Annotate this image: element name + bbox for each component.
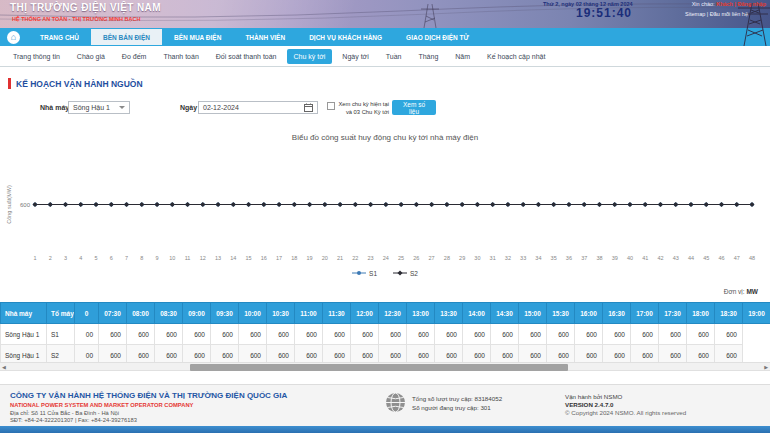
date-input[interactable]: 02-12-2024 (198, 101, 318, 114)
login-area[interactable]: Xin chào: Khách | Đăng nhập (692, 1, 766, 7)
tab-chu-kỳ-tới[interactable]: Chu kỳ tới (287, 49, 333, 64)
scroll-left-arrow-icon[interactable]: ◀ (2, 364, 6, 371)
svg-text:34: 34 (535, 255, 541, 261)
calendar-icon[interactable] (304, 103, 313, 112)
tab-tuần[interactable]: Tuần (379, 49, 409, 64)
svg-text:33: 33 (520, 255, 526, 261)
power-dispatch-chart: Công suất(MW)600123456789101112131415161… (0, 146, 770, 268)
tab-trang-thông-tin[interactable]: Trang thông tin (6, 49, 67, 64)
svg-text:18: 18 (291, 255, 297, 261)
greeting-text: Xin chào: (692, 1, 715, 7)
tab-năm[interactable]: Năm (448, 49, 477, 64)
tab-tháng[interactable]: Tháng (411, 49, 445, 64)
column-header: 15:00 (519, 303, 547, 324)
table-cell: 600 (575, 324, 603, 345)
column-header: 08:30 (155, 303, 183, 324)
scroll-right-arrow-icon[interactable]: ▶ (764, 364, 768, 371)
column-header: 12:00 (351, 303, 379, 324)
svg-text:12: 12 (200, 255, 206, 261)
column-header: 08:00 (127, 303, 155, 324)
table-cell: 600 (127, 324, 155, 345)
chart-legend: S1S2 (0, 269, 770, 277)
footer-phone: SĐT: +84-24-322201307 | Fax: +84-24-3927… (10, 417, 137, 423)
svg-text:5: 5 (94, 255, 97, 261)
svg-text:36: 36 (566, 255, 572, 261)
column-header: 10:00 (239, 303, 267, 324)
svg-text:600: 600 (20, 202, 31, 208)
tab-ngày-tới[interactable]: Ngày tới (335, 49, 375, 64)
footer-address: Địa chỉ: Số 11 Cửa Bắc - Ba Đình - Hà Nộ… (10, 410, 119, 416)
nav-item-bên-bán-điện[interactable]: Bên bán điện (91, 29, 162, 45)
nav-item-giao-dịch-điện-tử[interactable]: Giao dịch điện tử (394, 29, 481, 45)
legend-item-s1[interactable]: S1 (352, 269, 377, 277)
svg-text:23: 23 (368, 255, 374, 261)
unit-note: Đơn vị: MW (724, 288, 758, 295)
svg-text:43: 43 (673, 255, 679, 261)
svg-text:48: 48 (749, 255, 755, 261)
footer-online-users: Số người đang truy cập: 301 (412, 404, 491, 411)
table-cell: 600 (407, 324, 435, 345)
svg-text:25: 25 (398, 255, 404, 261)
table-cell: 600 (323, 324, 351, 345)
column-header: 13:00 (407, 303, 435, 324)
column-header: Nhà máy (1, 303, 47, 324)
svg-text:37: 37 (581, 255, 587, 261)
tab-kế-hoạch-cập-nhật[interactable]: Kế hoạch cập nhật (480, 49, 552, 64)
section-header: KẾ HOẠCH VẬN HÀNH NGUỒN (8, 78, 143, 89)
home-button[interactable]: ⌂ (7, 31, 20, 44)
table-cell: Sông Hậu 1 (1, 324, 47, 345)
footer-copyright: © Copyright 2024 NSMO. All rights reserv… (565, 409, 686, 416)
nav-item-trang-chủ[interactable]: Trang chủ (28, 29, 91, 45)
table-cell: S1 (47, 324, 75, 345)
legend-item-s2[interactable]: S2 (393, 269, 418, 277)
date-input-value: 02-12-2024 (203, 104, 239, 111)
svg-text:47: 47 (734, 255, 740, 261)
footer-operator: Vận hành bởi NSMO (565, 393, 622, 400)
footer-company-name: CÔNG TY VẬN HÀNH HỆ THỐNG ĐIỆN VÀ THỊ TR… (10, 391, 287, 400)
table-cell: 600 (239, 324, 267, 345)
svg-text:2: 2 (49, 255, 52, 261)
tab-thanh-toán[interactable]: Thanh toán (156, 49, 205, 64)
svg-text:1: 1 (33, 255, 36, 261)
plant-select-value: Sông Hậu 1 (73, 104, 110, 111)
chart-title: Biểu đồ công suất huy động chu kỳ tới nh… (0, 133, 770, 142)
svg-text:3: 3 (64, 255, 67, 261)
tab-chào-giá[interactable]: Chào giá (70, 49, 112, 64)
svg-text:19: 19 (307, 255, 313, 261)
footer-version: VERSION 2.4.7.0 (565, 401, 614, 408)
table-cell: 600 (519, 324, 547, 345)
svg-text:10: 10 (169, 255, 175, 261)
column-header: 16:30 (603, 303, 631, 324)
svg-text:16: 16 (261, 255, 267, 261)
column-header: 09:00 (183, 303, 211, 324)
schedule-table-wrap: Nhà máyTổ máy007:3008:0008:3009:0009:301… (0, 302, 770, 366)
svg-text:4: 4 (79, 255, 82, 261)
table-cell: 600 (155, 324, 183, 345)
legend-marker-icon (352, 269, 366, 277)
globe-icon (385, 392, 406, 413)
site-tagline: HỆ THỐNG AN TOÀN - THỊ TRƯỜNG MINH BẠCH (12, 16, 140, 22)
tab-đo-đếm[interactable]: Đo đếm (115, 49, 154, 64)
plant-select[interactable]: Sông Hậu 1 (68, 101, 130, 114)
table-cell: 00 (75, 324, 99, 345)
svg-text:17: 17 (276, 255, 282, 261)
nav-item-bên-mua-điện[interactable]: Bên mua điện (162, 29, 233, 45)
svg-text:20: 20 (322, 255, 328, 261)
digital-clock: 19:51:40 (576, 6, 632, 20)
nav-item-thành-viên[interactable]: Thành viên (233, 29, 297, 45)
tab-đối-soát-thanh-toán[interactable]: Đối soát thanh toán (209, 49, 284, 64)
view-data-button[interactable]: Xem số liệu (392, 100, 436, 115)
login-link[interactable]: Khách | Đăng nhập (716, 1, 766, 7)
horizontal-scrollbar[interactable]: ◀ ▶ (0, 362, 770, 371)
svg-text:45: 45 (703, 255, 709, 261)
sitemap-contact-links[interactable]: Sitemap | Đầu mối liên hệ (685, 11, 748, 17)
nav-item-dịch-vụ-khách-hàng[interactable]: Dịch vụ khách hàng (297, 29, 394, 45)
svg-text:6: 6 (110, 255, 113, 261)
scrollbar-thumb[interactable] (190, 364, 568, 371)
svg-text:9: 9 (156, 255, 159, 261)
current-cycle-checkbox[interactable] (327, 102, 335, 110)
column-header: 19:00 (743, 303, 770, 324)
svg-text:39: 39 (612, 255, 618, 261)
svg-text:Công suất(MW): Công suất(MW) (6, 185, 12, 224)
legend-label: S1 (369, 270, 377, 277)
